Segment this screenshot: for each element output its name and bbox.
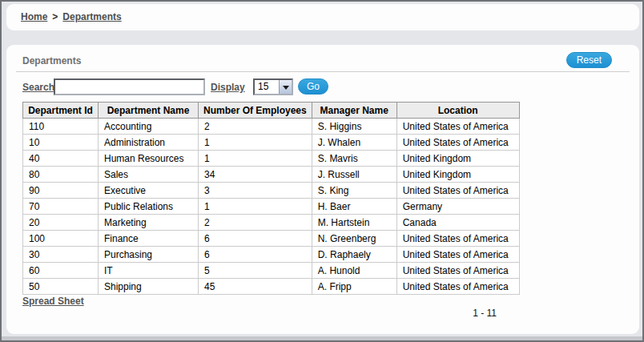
table-cell: 1 xyxy=(199,199,312,215)
table-cell: 80 xyxy=(23,167,99,183)
column-header: Manager Name xyxy=(312,103,396,119)
arrow-down-glyph xyxy=(283,86,289,93)
table-cell: Public Relations xyxy=(99,199,199,215)
table-cell: 6 xyxy=(199,231,312,247)
table-cell: Executive xyxy=(99,183,199,199)
table-cell: 34 xyxy=(199,167,312,183)
breadcrumb-separator: > xyxy=(52,11,58,22)
table-cell: Canada xyxy=(396,215,519,231)
reset-button[interactable]: Reset xyxy=(566,52,612,68)
search-label[interactable]: Search xyxy=(22,82,54,93)
table-cell: 90 xyxy=(23,183,99,199)
table-row: 80Sales34J. RussellUnited Kingdom xyxy=(23,167,520,183)
table-row: 110Accounting2S. HigginsUnited States of… xyxy=(23,119,520,135)
table-cell: IT xyxy=(99,263,199,279)
page: Home>Departments Departments Reset Searc… xyxy=(0,0,644,342)
column-header: Department Name xyxy=(99,103,199,119)
column-header: Location xyxy=(396,103,519,119)
table-cell: Marketing xyxy=(99,215,199,231)
column-header: Department Id xyxy=(23,103,99,119)
table-cell: H. Baer xyxy=(312,199,396,215)
table-cell: United States of America xyxy=(396,279,519,295)
table-cell: United Kingdom xyxy=(396,151,519,167)
table-cell: S. King xyxy=(312,183,396,199)
departments-region: Departments Reset Search Display 15 Go D… xyxy=(6,45,639,334)
window-bottom-strip xyxy=(2,336,642,340)
table-cell: Finance xyxy=(99,231,199,247)
table-cell: 60 xyxy=(23,263,99,279)
table-row: 60IT5A. HunoldUnited States of America xyxy=(23,263,520,279)
go-button[interactable]: Go xyxy=(298,78,328,95)
table-row: 40Human Resources1S. MavrisUnited Kingdo… xyxy=(23,151,520,167)
table-header-row: Department IdDepartment NameNumber Of Em… xyxy=(23,103,520,119)
table-cell: Human Resources xyxy=(99,151,199,167)
table-row: 10Administration1J. WhalenUnited States … xyxy=(23,135,520,151)
display-select-value: 15 xyxy=(258,81,268,92)
table-body: 110Accounting2S. HigginsUnited States of… xyxy=(23,119,520,295)
table-cell: 50 xyxy=(23,279,99,295)
table-cell: 2 xyxy=(199,215,312,231)
table-cell: Accounting xyxy=(99,119,199,135)
table-cell: Germany xyxy=(396,199,519,215)
chevron-down-icon[interactable] xyxy=(279,80,292,94)
table-cell: 10 xyxy=(23,135,99,151)
table-cell: United States of America xyxy=(396,135,519,151)
table-cell: Shipping xyxy=(99,279,199,295)
table-cell: A. Fripp xyxy=(312,279,396,295)
table-cell: United States of America xyxy=(396,247,519,263)
breadcrumb: Home>Departments xyxy=(6,4,639,30)
table-cell: A. Hunold xyxy=(312,263,396,279)
table-row: 90Executive3S. KingUnited States of Amer… xyxy=(23,183,520,199)
table-cell: 110 xyxy=(23,119,99,135)
table-cell: United States of America xyxy=(396,231,519,247)
table-header: Department IdDepartment NameNumber Of Em… xyxy=(23,103,520,119)
spreadsheet-link[interactable]: Spread Sheet xyxy=(22,296,84,307)
table-cell: 2 xyxy=(199,119,312,135)
table-cell: 70 xyxy=(23,199,99,215)
table-row: 100Finance6N. GreenbergUnited States of … xyxy=(23,231,520,247)
table-cell: S. Higgins xyxy=(312,119,396,135)
table-cell: United States of America xyxy=(396,263,519,279)
table-cell: Purchasing xyxy=(99,247,199,263)
table-cell: 40 xyxy=(23,151,99,167)
table-cell: 20 xyxy=(23,215,99,231)
table-cell: 5 xyxy=(199,263,312,279)
table-row: 30Purchasing6D. RaphaelyUnited States of… xyxy=(23,247,520,263)
table-cell: N. Greenberg xyxy=(312,231,396,247)
table-row: 70Public Relations1H. BaerGermany xyxy=(23,199,520,215)
table-row: 20Marketing2M. HartsteinCanada xyxy=(23,215,520,231)
display-label[interactable]: Display xyxy=(211,82,245,93)
table-cell: Administration xyxy=(99,135,199,151)
breadcrumb-departments-link[interactable]: Departments xyxy=(62,11,121,22)
display-select[interactable]: 15 xyxy=(253,78,293,95)
table-cell: United Kingdom xyxy=(396,167,519,183)
table-cell: Sales xyxy=(99,167,199,183)
table-cell: 45 xyxy=(199,279,312,295)
table-cell: J. Russell xyxy=(312,167,396,183)
table-cell: United States of America xyxy=(396,119,519,135)
table-cell: 1 xyxy=(199,151,312,167)
region-title: Departments xyxy=(22,55,81,66)
pagination: 1 - 11 xyxy=(22,308,514,319)
table-cell: 3 xyxy=(199,183,312,199)
table-cell: 100 xyxy=(23,231,99,247)
table-row: 50Shipping45A. FrippUnited States of Ame… xyxy=(23,279,520,295)
region-separator xyxy=(16,71,630,72)
table-cell: 30 xyxy=(23,247,99,263)
table-cell: S. Mavris xyxy=(312,151,396,167)
table-cell: 1 xyxy=(199,135,312,151)
departments-table: Department IdDepartment NameNumber Of Em… xyxy=(22,102,520,295)
table-cell: United States of America xyxy=(396,183,519,199)
column-header: Number Of Employees xyxy=(199,103,312,119)
search-input[interactable] xyxy=(54,78,205,95)
table-cell: D. Raphaely xyxy=(312,247,396,263)
table-cell: J. Whalen xyxy=(312,135,396,151)
breadcrumb-home-link[interactable]: Home xyxy=(21,11,47,22)
table-cell: M. Hartstein xyxy=(312,215,396,231)
table-cell: 6 xyxy=(199,247,312,263)
